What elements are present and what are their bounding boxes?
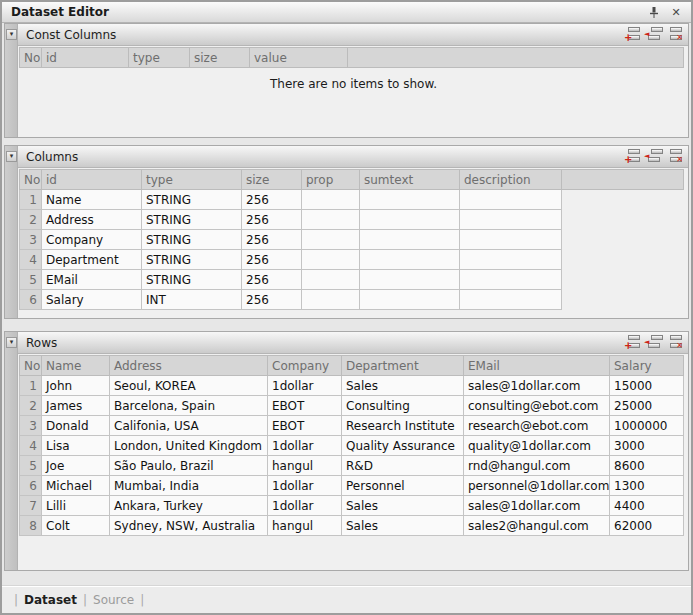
data-cell[interactable]: London, United Kingdom [110, 436, 268, 456]
data-cell[interactable]: STRING [142, 210, 242, 230]
column-header-size[interactable]: size [190, 48, 250, 68]
data-cell[interactable] [302, 230, 360, 250]
data-cell[interactable]: Mumbai, India [110, 476, 268, 496]
table-row[interactable]: 3CompanySTRING256 [20, 230, 684, 250]
data-cell[interactable]: Sales [342, 376, 464, 396]
data-cell[interactable]: STRING [142, 250, 242, 270]
data-cell[interactable]: hangul [268, 516, 342, 536]
insert-row-icon[interactable]: ◄ [645, 149, 662, 164]
data-cell[interactable]: São Paulo, Brazil [110, 456, 268, 476]
table-row[interactable]: 4DepartmentSTRING256 [20, 250, 684, 270]
data-cell[interactable]: 4400 [610, 496, 684, 516]
data-cell[interactable]: James [42, 396, 110, 416]
row-number-cell[interactable]: 8 [20, 516, 42, 536]
data-cell[interactable]: 256 [242, 230, 302, 250]
data-cell[interactable] [460, 210, 562, 230]
data-cell[interactable]: 256 [242, 190, 302, 210]
column-header-value[interactable]: value [250, 48, 348, 68]
delete-row-icon[interactable]: ✕ [666, 335, 683, 350]
column-header-size[interactable]: size [242, 170, 302, 190]
data-cell[interactable]: Joe [42, 456, 110, 476]
tab-dataset[interactable]: Dataset [24, 593, 77, 607]
column-header-name[interactable]: Name [42, 356, 110, 376]
column-header-salary[interactable]: Salary [610, 356, 684, 376]
data-cell[interactable] [460, 250, 562, 270]
data-cell[interactable]: personnel@1dollar.com [464, 476, 610, 496]
tab-source[interactable]: Source [93, 593, 134, 607]
table-row[interactable]: 4LisaLondon, United Kingdom1dollarQualit… [20, 436, 684, 456]
insert-row-icon[interactable]: ◄ [645, 335, 662, 350]
data-cell[interactable]: John [42, 376, 110, 396]
row-number-cell[interactable]: 1 [20, 376, 42, 396]
column-header-no[interactable]: No [20, 356, 42, 376]
data-cell[interactable]: Lisa [42, 436, 110, 456]
row-number-cell[interactable]: 5 [20, 270, 42, 290]
data-cell[interactable]: Colt [42, 516, 110, 536]
column-header-filler[interactable] [562, 170, 684, 190]
data-cell[interactable]: Company [42, 230, 142, 250]
data-cell[interactable]: 1dollar [268, 496, 342, 516]
data-cell[interactable] [460, 230, 562, 250]
data-cell[interactable]: rnd@hangul.com [464, 456, 610, 476]
column-header-sumtext[interactable]: sumtext [360, 170, 460, 190]
data-cell[interactable]: sales@1dollar.com [464, 376, 610, 396]
data-cell[interactable]: 25000 [610, 396, 684, 416]
column-header-department[interactable]: Department [342, 356, 464, 376]
data-cell[interactable]: Califonia, USA [110, 416, 268, 436]
table-row[interactable]: 7LilliAnkara, Turkey1dollarSalessales@1d… [20, 496, 684, 516]
row-number-cell[interactable]: 3 [20, 416, 42, 436]
data-cell[interactable]: 1dollar [268, 436, 342, 456]
data-cell[interactable]: sales2@hangul.com [464, 516, 610, 536]
data-cell[interactable]: Sales [342, 516, 464, 536]
data-cell[interactable]: EBOT [268, 396, 342, 416]
data-cell[interactable] [460, 190, 562, 210]
row-number-cell[interactable]: 6 [20, 476, 42, 496]
data-cell[interactable]: 3000 [610, 436, 684, 456]
close-icon[interactable]: ✕ [669, 5, 683, 19]
data-cell[interactable]: EMail [42, 270, 142, 290]
column-header-no[interactable]: No [20, 48, 42, 68]
data-cell[interactable]: quality@1dollar.com [464, 436, 610, 456]
column-header-filler[interactable] [348, 48, 684, 68]
row-number-cell[interactable]: 4 [20, 250, 42, 270]
data-cell[interactable] [460, 270, 562, 290]
table-row[interactable]: 1JohnSeoul, KOREA1dollarSalessales@1doll… [20, 376, 684, 396]
data-cell[interactable]: 256 [242, 250, 302, 270]
data-cell[interactable] [302, 270, 360, 290]
add-row-icon[interactable]: + [624, 149, 641, 164]
table-row[interactable]: 5JoeSão Paulo, BrazilhangulR&Drnd@hangul… [20, 456, 684, 476]
data-cell[interactable]: 1dollar [268, 476, 342, 496]
data-cell[interactable] [302, 250, 360, 270]
data-cell[interactable]: STRING [142, 230, 242, 250]
row-number-cell[interactable]: 2 [20, 210, 42, 230]
insert-row-icon[interactable]: ◄ [645, 27, 662, 42]
table-row[interactable]: 8ColtSydney, NSW, AustraliahangulSalessa… [20, 516, 684, 536]
row-number-cell[interactable]: 5 [20, 456, 42, 476]
data-cell[interactable]: hangul [268, 456, 342, 476]
delete-row-icon[interactable]: ✕ [666, 27, 683, 42]
pin-icon[interactable] [647, 5, 661, 19]
row-number-cell[interactable]: 7 [20, 496, 42, 516]
data-cell[interactable]: Department [42, 250, 142, 270]
data-cell[interactable]: R&D [342, 456, 464, 476]
delete-row-icon[interactable]: ✕ [666, 149, 683, 164]
data-cell[interactable]: Barcelona, Spain [110, 396, 268, 416]
data-cell[interactable] [460, 290, 562, 310]
data-cell[interactable] [302, 290, 360, 310]
data-cell[interactable]: Salary [42, 290, 142, 310]
chevron-down-icon[interactable]: ▾ [6, 337, 17, 348]
data-cell[interactable] [360, 250, 460, 270]
row-number-cell[interactable]: 2 [20, 396, 42, 416]
data-cell[interactable]: 256 [242, 210, 302, 230]
column-header-prop[interactable]: prop [302, 170, 360, 190]
table-row[interactable]: 6SalaryINT256 [20, 290, 684, 310]
data-cell[interactable] [360, 270, 460, 290]
row-number-cell[interactable]: 3 [20, 230, 42, 250]
data-cell[interactable]: 1300 [610, 476, 684, 496]
column-header-type[interactable]: type [142, 170, 242, 190]
data-cell[interactable]: Sydney, NSW, Australia [110, 516, 268, 536]
row-number-cell[interactable]: 1 [20, 190, 42, 210]
data-cell[interactable]: Personnel [342, 476, 464, 496]
table-row[interactable]: 6MichaelMumbai, India1dollarPersonnelper… [20, 476, 684, 496]
row-number-cell[interactable]: 6 [20, 290, 42, 310]
